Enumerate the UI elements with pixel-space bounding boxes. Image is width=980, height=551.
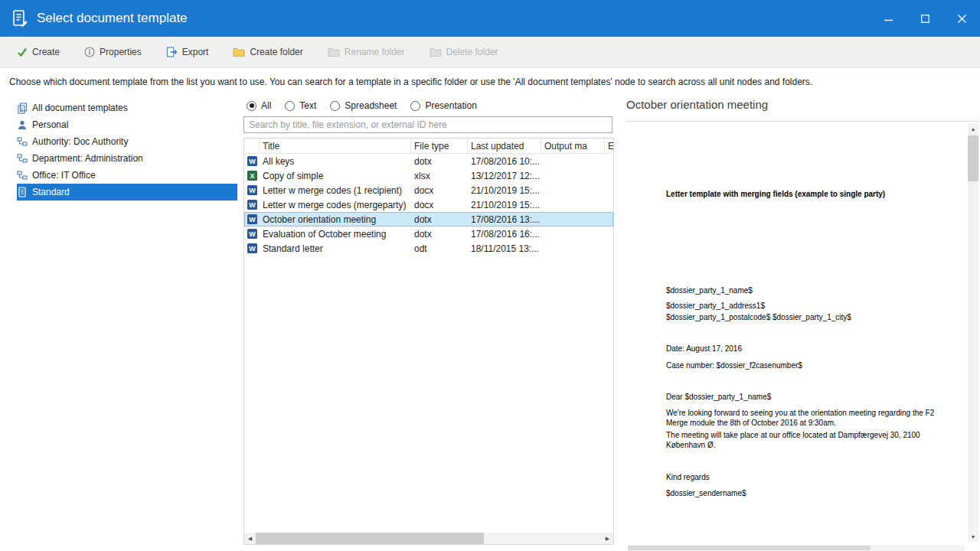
templates-icon [17,103,32,114]
cell-title: October orientation meeting [260,212,411,227]
cell-output-manager [541,168,605,183]
toolbar-create-folder-button[interactable]: Create folder [220,37,315,67]
filter-radio-presentation[interactable]: Presentation [410,100,476,111]
svg-text:W: W [249,201,256,209]
tree-item-personal[interactable]: Personal [17,116,237,133]
template-row-standard-letter[interactable]: WStandard letterodt18/11/2015 13:... [244,241,613,256]
cell-extra [605,212,613,227]
dialog-description: Choose which document template from the … [9,77,971,87]
preview-horizontal-scrollbar[interactable] [628,545,965,551]
tree-item-department-administration[interactable]: Department: Administration [17,150,237,167]
personal-icon [17,119,32,130]
scrollbar-track[interactable] [256,533,602,544]
column-header-e[interactable]: E [605,139,613,153]
scrollbar-thumb[interactable] [628,546,871,550]
scrollbar-thumb[interactable] [968,135,978,181]
list-horizontal-scrollbar[interactable]: ◀ ▶ [244,533,613,544]
minimize-button[interactable] [870,0,906,37]
maximize-button[interactable] [906,0,943,37]
cell-title: Standard letter [260,241,411,256]
word-icon: W [244,227,260,241]
org-icon [17,170,32,181]
cell-output-manager [541,154,605,168]
svg-text:W: W [249,187,256,194]
column-header-last-updated[interactable]: Last updated [468,139,541,153]
column-header-output-ma[interactable]: Output ma [541,139,605,153]
cell-last-updated: 17/08/2016 10:... [468,154,541,168]
radio-label: Spreadsheet [345,100,397,111]
scrollbar-thumb[interactable] [256,533,484,544]
template-row-all-keys[interactable]: WAll keysdotx17/08/2016 10:... [244,154,613,168]
folder-delete-icon [430,47,442,57]
search-input[interactable] [243,116,612,133]
template-table: TitleFile typeLast updatedOutput maE WAl… [243,138,614,545]
tree-item-authority-doc-authority[interactable]: Authority: Doc Authority [17,133,237,150]
cell-title: Copy of simple [260,168,411,183]
toolbar-label: Create [32,47,60,57]
cell-last-updated: 21/10/2019 15:... [468,183,541,197]
tree-item-label: Office: IT Office [32,170,96,181]
org-icon [17,136,32,147]
toolbar-export-button[interactable]: Export [154,37,221,67]
scrollbar-track[interactable] [968,134,978,531]
doc-body-paragraph-1: We're looking forward to seeing you at t… [666,408,949,429]
toolbar-rename-folder-button: Rename folder [315,37,417,67]
template-row-copy-of-simple[interactable]: XCopy of simplexlsx13/12/2017 12:... [244,168,613,183]
radio-icon [247,101,256,111]
toolbar-label: Create folder [250,47,302,57]
cell-file-type: xlsx [411,168,468,183]
window-controls [870,0,980,37]
svg-text:W: W [249,216,256,223]
doc-date-line: Date: August 17, 2016 [666,344,949,354]
toolbar-create-button[interactable]: Create [5,37,72,67]
template-row-letter-w-merge-codes-mergeparty[interactable]: WLetter w merge codes (mergeparty)docx21… [244,197,613,212]
org-icon [17,153,32,164]
table-header: TitleFile typeLast updatedOutput maE [244,139,613,154]
column-header-file-type[interactable]: File type [411,139,468,153]
filter-radio-spreadsheet[interactable]: Spreadsheet [330,100,397,111]
cell-file-type: odt [411,241,468,256]
radio-icon [285,101,295,111]
template-row-evaluation-of-october-meeting[interactable]: WEvaluation of October meetingdotx17/08/… [244,227,613,241]
scroll-up-arrow[interactable]: ▲ [968,123,978,134]
table-body: WAll keysdotx17/08/2016 10:...XCopy of s… [244,154,613,533]
tree-item-standard[interactable]: Standard [17,184,237,201]
svg-text:W: W [249,158,256,165]
cell-title: All keys [260,154,411,168]
doc-heading: Letter template with merging fields (exa… [666,189,949,200]
scroll-left-arrow[interactable]: ◀ [244,533,256,544]
standard-doc-icon [17,187,32,197]
word-icon: W [244,241,260,256]
cell-extra [605,154,613,168]
filter-radio-all[interactable]: All [247,100,271,111]
merge-field-postal-city: $dossier_party_1_postalcode$ $dossier_pa… [666,312,949,323]
document-template-icon [11,9,29,28]
cell-file-type: docx [411,183,468,197]
scroll-right-arrow[interactable]: ▶ [602,533,613,544]
close-button[interactable] [943,0,980,37]
doc-sender: $dossier_sendername$ [666,488,949,499]
doc-closing: Kind regards [666,472,949,483]
preview-panel: October orientation meeting Letter templ… [626,98,980,551]
svg-text:W: W [249,230,256,238]
preview-vertical-scrollbar[interactable]: ▲ ▼ [968,123,978,542]
template-row-october-orientation-meeting[interactable]: WOctober orientation meetingdotx17/08/20… [244,212,613,227]
tree-item-office-it-office[interactable]: Office: IT Office [17,167,237,184]
cell-extra [605,227,613,241]
column-header-title[interactable]: Title [260,139,411,153]
scroll-down-arrow[interactable]: ▼ [968,531,978,542]
cell-output-manager [541,212,605,227]
tree-item-all-document-templates[interactable]: All document templates [17,99,237,116]
template-row-letter-w-merge-codes-1-recipient[interactable]: WLetter w merge codes (1 recipient)docx2… [244,183,613,197]
cell-last-updated: 13/12/2017 12:... [468,168,541,183]
template-list-panel: AllTextSpreadsheetPresentation TitleFile… [243,98,614,545]
filter-radio-text[interactable]: Text [285,100,316,111]
cell-output-manager [541,227,605,241]
preview-title: October orientation meeting [626,98,980,116]
doc-salutation: Dear $dossier_party_1_name$ [666,392,949,403]
toolbar-label: Delete folder [446,47,498,57]
toolbar-properties-button[interactable]: Properties [72,37,154,67]
column-header-icon[interactable] [244,139,260,153]
word-icon: W [244,183,260,197]
cell-file-type: dotx [411,212,468,227]
